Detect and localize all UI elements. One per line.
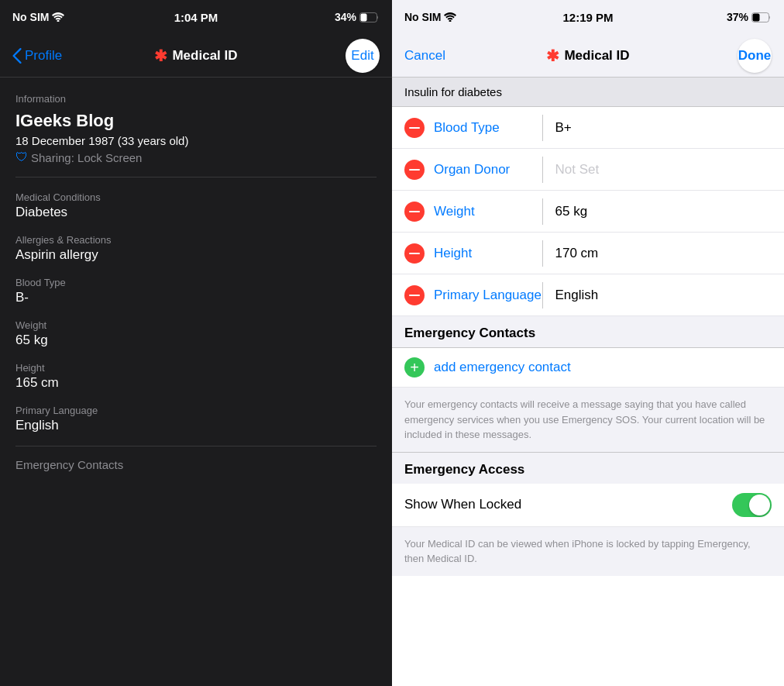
blood-type-row-value: B+: [555, 120, 772, 136]
remove-language-button[interactable]: [404, 285, 425, 305]
remove-organ-donor-button[interactable]: [404, 160, 425, 180]
contact-note: Your emergency contacts will receive a m…: [392, 388, 784, 453]
row-divider-1: [542, 115, 543, 141]
right-battery-pct: 37%: [727, 11, 748, 23]
right-status-right: 37%: [727, 11, 772, 23]
emergency-contacts-heading: Emergency Contacts: [15, 458, 377, 471]
emergency-contacts-header: Emergency Contacts: [392, 316, 784, 348]
right-status-bar: No SIM 12:19 PM 37%: [392, 0, 784, 34]
right-nav-bar: Cancel ✱ Medical ID Done: [392, 34, 784, 78]
svg-rect-2: [361, 13, 367, 21]
right-status-left: No SIM: [404, 11, 456, 23]
height-value: 165 cm: [15, 375, 377, 391]
weight-value: 65 kg: [15, 333, 377, 348]
row-divider-2: [542, 157, 543, 183]
weight-label: Weight: [15, 319, 377, 331]
divider-1: [15, 177, 377, 178]
svg-point-0: [57, 20, 60, 22]
access-note: Your Medical ID can be viewed when iPhon…: [392, 527, 784, 576]
organ-donor-row[interactable]: Organ Donor Not Set: [392, 149, 784, 191]
subtitle-bar: Insulin for diabetes: [392, 78, 784, 107]
sharing-status: 🛡 Sharing: Lock Screen: [15, 150, 377, 164]
medical-conditions-value: Diabetes: [15, 205, 377, 220]
height-label: Height: [15, 362, 377, 374]
add-emergency-contact-button[interactable]: add emergency contact: [392, 348, 784, 388]
user-name: IGeeks Blog: [15, 111, 377, 131]
back-button[interactable]: Profile: [12, 48, 62, 64]
right-content[interactable]: Blood Type B+ Organ Donor Not Set Weight…: [392, 107, 784, 686]
language-row-value: English: [555, 288, 772, 303]
add-contact-label: add emergency contact: [434, 360, 571, 375]
user-dob: 18 December 1987 (33 years old): [15, 134, 377, 147]
left-status-time: 1:04 PM: [174, 11, 218, 24]
toggle-knob: [749, 495, 770, 515]
svg-point-3: [449, 20, 452, 22]
weight-row-value: 65 kg: [555, 204, 772, 219]
medical-conditions-label: Medical Conditions: [15, 191, 377, 203]
divider-2: [15, 446, 377, 446]
row-divider-4: [542, 240, 543, 267]
left-title-text: Medical ID: [172, 48, 237, 64]
height-row[interactable]: Height 170 cm: [392, 233, 784, 274]
info-section-label: Information: [15, 93, 377, 105]
left-battery-icon: [359, 12, 380, 22]
cancel-button[interactable]: Cancel: [404, 48, 445, 64]
organ-donor-row-value: Not Set: [555, 162, 772, 178]
left-wifi-icon: [52, 12, 64, 22]
blood-type-row[interactable]: Blood Type B+: [392, 107, 784, 149]
primary-language-label: Primary Language: [15, 405, 377, 416]
right-wifi-icon: [444, 12, 456, 22]
primary-language-value: English: [15, 418, 377, 433]
svg-rect-5: [753, 13, 760, 21]
left-nav-bar: Profile ✱ Medical ID Edit: [0, 34, 392, 78]
weight-row[interactable]: Weight 65 kg: [392, 191, 784, 233]
left-content: Information IGeeks Blog 18 December 1987…: [0, 78, 392, 686]
allergies-label: Allergies & Reactions: [15, 234, 377, 246]
blood-type-value: B-: [15, 290, 377, 305]
right-carrier: No SIM: [404, 11, 441, 23]
language-row-label: Primary Language: [434, 288, 542, 303]
right-asterisk-icon: ✱: [546, 47, 559, 65]
left-battery-pct: 34%: [335, 11, 356, 23]
remove-weight-button[interactable]: [404, 202, 425, 222]
left-panel: No SIM 1:04 PM 34% Profile: [0, 0, 392, 686]
subtitle-text: Insulin for diabetes: [404, 85, 502, 98]
left-status-left: No SIM: [12, 11, 64, 23]
organ-donor-row-label: Organ Donor: [434, 162, 542, 178]
blood-type-label: Blood Type: [15, 277, 377, 288]
row-divider-5: [542, 282, 543, 309]
right-panel: No SIM 12:19 PM 37% Cancel ✱ Medical ID …: [392, 0, 784, 686]
left-carrier: No SIM: [12, 11, 49, 23]
remove-blood-type-button[interactable]: [404, 118, 425, 138]
right-battery-icon: [751, 12, 772, 22]
shield-icon: 🛡: [15, 150, 28, 164]
blood-type-row-label: Blood Type: [434, 120, 542, 136]
right-status-time: 12:19 PM: [562, 11, 613, 24]
left-nav-title: ✱ Medical ID: [154, 47, 237, 65]
add-icon: [404, 357, 425, 377]
weight-row-label: Weight: [434, 204, 542, 219]
show-when-locked-row: Show When Locked: [392, 484, 784, 527]
left-status-right: 34%: [335, 11, 380, 23]
height-row-value: 170 cm: [555, 246, 772, 261]
edit-button[interactable]: Edit: [346, 39, 380, 73]
emergency-access-header: Emergency Access: [392, 453, 784, 484]
height-row-label: Height: [434, 246, 542, 261]
right-title-text: Medical ID: [564, 48, 629, 64]
remove-height-button[interactable]: [404, 243, 425, 264]
primary-language-row[interactable]: Primary Language English: [392, 274, 784, 316]
allergies-value: Aspirin allergy: [15, 247, 377, 263]
medical-asterisk-icon: ✱: [154, 47, 167, 65]
back-label: Profile: [25, 48, 62, 64]
row-divider-3: [542, 198, 543, 225]
show-when-locked-toggle[interactable]: [732, 493, 772, 517]
toggle-label: Show When Locked: [404, 497, 521, 512]
right-nav-title: ✱ Medical ID: [546, 47, 629, 65]
left-status-bar: No SIM 1:04 PM 34%: [0, 0, 392, 34]
done-button[interactable]: Done: [738, 39, 772, 73]
